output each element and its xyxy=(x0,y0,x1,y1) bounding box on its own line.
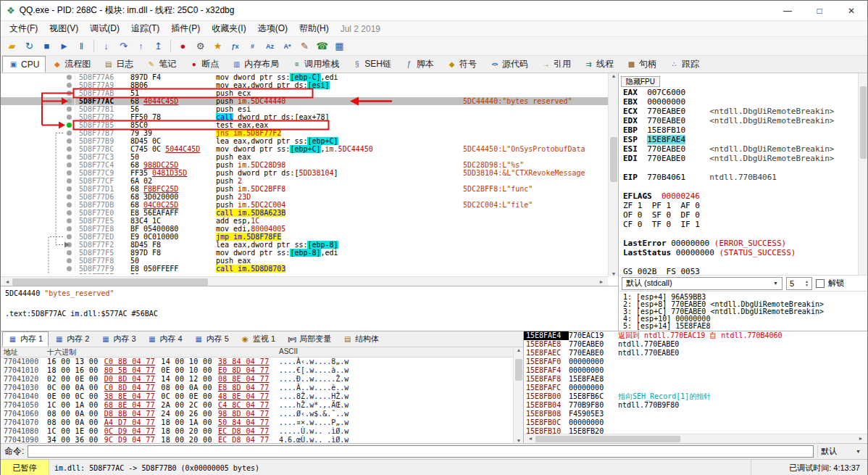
register-row[interactable]: ZF 1 PF 1 AF 0 xyxy=(623,201,856,210)
scrollbar-thumb[interactable] xyxy=(610,137,617,182)
scroll-left-icon[interactable]: ◄ xyxy=(525,436,535,441)
scrollbar-thumb[interactable] xyxy=(12,278,208,286)
step-into-button[interactable]: ↓ xyxy=(98,38,114,54)
disasm-row[interactable]: 5D8F77E583C4 1Cadd esp,1C xyxy=(1,217,608,225)
trace-dot[interactable] xyxy=(67,91,72,96)
tab-cpu[interactable]: ▣CPU xyxy=(2,56,46,73)
scroll-down-icon[interactable]: ▼ xyxy=(514,438,523,443)
breakpoint-gutter[interactable] xyxy=(1,89,75,97)
scrollbar-thumb[interactable] xyxy=(515,359,522,381)
tab-threads[interactable]: ⇉线程 xyxy=(577,56,620,73)
favourites-button[interactable]: ★ xyxy=(209,38,226,54)
disasm-row[interactable]: 5D8F77C350push eax xyxy=(1,153,608,161)
disasm-row[interactable]: 5D8F77B156push esi xyxy=(1,105,608,113)
dump-vertical-scrollbar[interactable]: ▲ ▼ xyxy=(513,347,523,443)
pause-button[interactable]: ‖ xyxy=(73,38,90,54)
disasm-row[interactable]: 5D8F77B585C0test eax,eax xyxy=(1,121,608,129)
tab-dump-3[interactable]: ▦内存 3 xyxy=(95,331,141,347)
stack-row[interactable]: 15E8FAF815E8FAE8 xyxy=(524,375,867,384)
disasm-row[interactable]: 5D8F77CF6A 02push 2 xyxy=(1,177,608,185)
register-row[interactable] xyxy=(623,182,856,191)
disasm-horizontal-scrollbar[interactable]: ◄ ► xyxy=(1,276,608,286)
stack-row[interactable]: 15E8FB0C00000000 xyxy=(524,418,867,427)
stack-row[interactable]: 15E8FB08F45905E3 xyxy=(524,410,867,418)
run-button[interactable]: ► xyxy=(56,38,72,54)
register-row[interactable]: LastStatus 00000000 (STATUS_SUCCESS) xyxy=(623,248,856,257)
stack-row[interactable]: 15E8FAE8770EABE0ntdll.770EABE0 xyxy=(524,340,867,349)
highlight-button[interactable]: A* xyxy=(279,38,296,54)
dump-row[interactable]: 7704107008 00 0A 00A4 D7 04 7718 00 1A 0… xyxy=(1,418,513,427)
breakpoint-gutter[interactable] xyxy=(1,137,75,145)
disasm-row[interactable]: 5D8F77DB68 04C0C25Dpush im.5DC2C0045DC2C… xyxy=(1,201,608,209)
disasm-row[interactable]: 5D8F77D168 F8BFC25Dpush im.5DC2BFF85DC2B… xyxy=(1,185,608,193)
disasm-row[interactable]: 5D8F77B98D45 0Clea eax,dword ptr ss:[ebp… xyxy=(1,137,608,145)
tab-memory-map[interactable]: ▥内存布局 xyxy=(225,56,285,73)
disasm-row[interactable]: 5D8F77AB51push ecx xyxy=(1,89,608,97)
arguments-view[interactable]: 1: [esp+4] 96A59BB32: [esp+8] 770EABE0 <… xyxy=(619,291,867,331)
tab-script[interactable]: ƒ脚本 xyxy=(398,56,441,73)
tab-seh[interactable]: §SEH链 xyxy=(346,56,398,73)
calling-convention-select[interactable]: 默认 (stdcall) ▼ xyxy=(622,277,783,290)
menu-item[interactable]: 选项(O) xyxy=(252,21,293,36)
breakpoint-gutter[interactable] xyxy=(1,177,75,185)
trace-dot[interactable] xyxy=(67,139,72,144)
tab-graph[interactable]: ◆流程图 xyxy=(46,56,97,73)
memory-search-button[interactable]: ▦ xyxy=(331,38,348,54)
register-row[interactable]: OF 0 SF 0 DF 0 xyxy=(623,210,856,220)
dump-row[interactable]: 7704101018 00 16 0080 5B 04 770E 00 10 0… xyxy=(1,366,513,375)
register-row[interactable]: LastError 00000000 (ERROR_SUCCESS) xyxy=(623,239,856,248)
trace-dot[interactable] xyxy=(67,234,72,239)
disasm-row[interactable]: 5D8F77E0E8 56EAFAFFcall im.5D8A623B xyxy=(1,209,608,217)
breakpoint-gutter[interactable] xyxy=(1,225,75,233)
disasm-row[interactable]: 5D8F77B779 39jns im.5D8F77F2 xyxy=(1,129,608,137)
trace-dot[interactable] xyxy=(67,226,72,231)
hash-button[interactable]: # xyxy=(244,38,261,54)
breakpoint-gutter[interactable] xyxy=(1,257,75,265)
dump-row[interactable]: 7704109034 00 36 009C D9 04 7718 00 20 0… xyxy=(1,436,513,443)
breakpoint-gutter[interactable] xyxy=(1,265,75,273)
register-row[interactable] xyxy=(623,257,856,267)
trace-dot[interactable] xyxy=(67,242,72,247)
breakpoint-gutter[interactable] xyxy=(1,161,75,169)
register-row[interactable]: CF 0 TF 0 IF 1 xyxy=(623,220,856,229)
trace-dot[interactable] xyxy=(67,194,72,199)
step-over-button[interactable]: ↷ xyxy=(115,38,132,54)
tab-call-stack[interactable]: ≡调用堆栈 xyxy=(285,56,346,73)
breakpoint-gutter[interactable] xyxy=(1,121,75,129)
assemble-button[interactable]: Az xyxy=(262,38,278,54)
script-function-button[interactable]: ƒx xyxy=(227,38,243,54)
disasm-row[interactable]: 5D8F77F9E8 050FFEFFcall im.5D8D8703 xyxy=(1,265,608,273)
tab-notes[interactable]: ✎笔记 xyxy=(140,56,183,73)
breakpoint-gutter[interactable] xyxy=(1,153,75,161)
disasm-row[interactable]: 5D8F77C468 988DC25Dpush im.5DC28D985DC28… xyxy=(1,161,608,169)
disasm-row[interactable]: 5D8F77FE59pop ecx xyxy=(1,273,608,274)
stack-row[interactable]: 15E8FAE4770EAC19返回到 ntdll.770EAC19 自 ntd… xyxy=(524,331,867,340)
trace-dot[interactable] xyxy=(67,266,72,271)
breakpoint-gutter[interactable] xyxy=(1,193,75,201)
register-row[interactable] xyxy=(623,229,856,239)
menu-item[interactable]: 文件(F) xyxy=(4,21,43,36)
trace-dot[interactable] xyxy=(67,75,72,80)
unlock-checkbox[interactable] xyxy=(816,279,825,288)
disassembly-view[interactable]: 5D8F77A6897D F4mov dword ptr ss:[ebp-C],… xyxy=(1,73,608,274)
tab-struct[interactable]: ▤结构体 xyxy=(337,331,385,347)
scroll-up-icon[interactable]: ▲ xyxy=(514,347,523,352)
disasm-row[interactable]: 5D8F77D668 3D020000push 23D xyxy=(1,193,608,201)
scroll-down-icon[interactable]: ▼ xyxy=(609,271,619,276)
tab-locals[interactable]: [x=]局部变量 xyxy=(281,331,337,347)
disasm-row[interactable]: 5D8F77C9FF35 0481D35Dpush dword ptr ds:[… xyxy=(1,169,608,177)
stack-pane[interactable]: 15E8FAE4770EAC19返回到 ntdll.770EAC19 自 ntd… xyxy=(524,331,867,443)
dump-row[interactable]: 7704100016 00 13 00C0 8B 04 7714 00 10 0… xyxy=(1,358,513,366)
trace-dot[interactable] xyxy=(67,202,72,207)
tab-source[interactable]: <>源代码 xyxy=(483,56,535,73)
breakpoint-toggle-button[interactable]: ● xyxy=(175,38,191,54)
tab-dump-1[interactable]: ▦内存 1 xyxy=(2,331,49,347)
dump-row[interactable]: 7704106008 00 0A 00D8 8B 04 7724 00 26 0… xyxy=(1,410,513,418)
maximize-button[interactable]: □ xyxy=(804,1,835,20)
trace-dot[interactable] xyxy=(67,131,72,136)
dump-row[interactable]: 770410400E 00 0C 0038 8E 04 770C 00 0E 0… xyxy=(1,392,513,401)
arg-count-spinner[interactable]: 5 ▲▼ xyxy=(786,277,812,290)
stack-row[interactable]: 15E8FAF400000000 xyxy=(524,366,867,375)
trace-dot[interactable] xyxy=(67,154,72,160)
trace-dot[interactable] xyxy=(67,250,72,255)
